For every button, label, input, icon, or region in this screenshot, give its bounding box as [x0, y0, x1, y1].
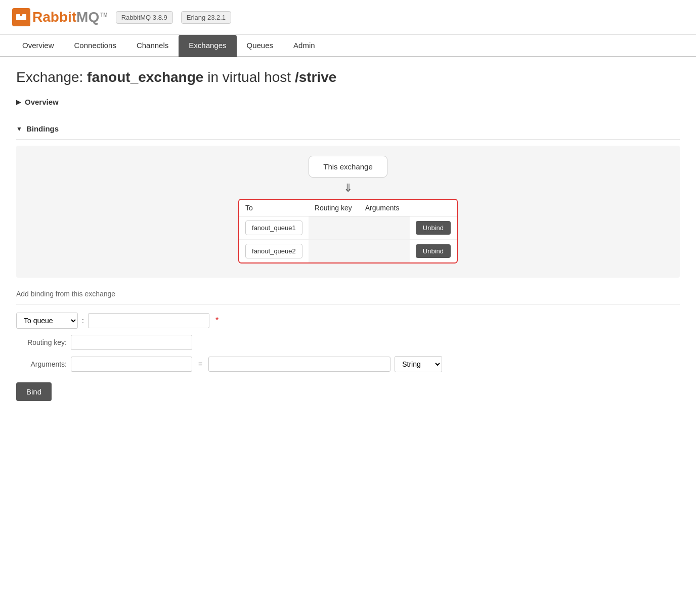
binding-row-1: fanout_queue1 Unbind: [239, 216, 457, 240]
binding-row-2-routing-key: [309, 240, 359, 263]
bindings-arrow-icon: ▼: [16, 125, 22, 133]
required-star: *: [215, 316, 219, 325]
overview-arrow-icon: ▶: [16, 99, 21, 106]
logo: RabbitMQTM: [12, 8, 108, 26]
binding-row-2-arguments: [359, 240, 410, 263]
arguments-value-input[interactable]: [208, 357, 390, 372]
binding-row-2: fanout_queue2 Unbind: [239, 240, 457, 263]
header: RabbitMQTM RabbitMQ 3.8.9 Erlang 23.2.1: [0, 0, 696, 35]
binding-row-1-arguments: [359, 216, 410, 240]
add-binding-divider: [16, 304, 680, 304]
nav-item-admin[interactable]: Admin: [283, 35, 325, 57]
bindings-content: This exchange ⇓ To Routing key Arguments: [16, 146, 680, 278]
svg-rect-2: [19, 16, 23, 20]
arguments-key-input[interactable]: [71, 357, 192, 372]
bindings-table: To Routing key Arguments fanout_queue1: [239, 200, 457, 262]
binding-row-1-routing-key: [309, 216, 359, 240]
unbind-button-2[interactable]: Unbind: [416, 244, 451, 258]
form-row-routing-key: Routing key:: [16, 335, 680, 350]
queue-box-2: fanout_queue2: [245, 244, 302, 258]
binding-row-1-to: fanout_queue1: [239, 216, 309, 240]
equals-sign: =: [198, 360, 202, 368]
form-row-to: To queue To exchange : *: [16, 313, 680, 329]
binding-row-2-to: fanout_queue2: [239, 240, 309, 263]
col-header-action: [410, 200, 457, 216]
overview-section-header[interactable]: ▶ Overview: [16, 94, 680, 110]
nav-item-channels[interactable]: Channels: [126, 35, 179, 57]
binding-row-1-action: Unbind: [410, 216, 457, 240]
arguments-type-select[interactable]: String Number Boolean: [395, 356, 442, 372]
col-header-routing-key: Routing key: [309, 200, 359, 216]
exchange-flow: This exchange ⇓ To Routing key Arguments: [28, 156, 668, 263]
logo-text: RabbitMQTM: [32, 9, 108, 25]
bindings-section-label: Bindings: [26, 124, 59, 133]
arguments-label: Arguments:: [16, 360, 67, 368]
to-queue-select[interactable]: To queue To exchange: [16, 313, 78, 329]
nav-item-exchanges[interactable]: Exchanges: [179, 35, 236, 57]
page-title: Exchange: fanout_exchange in virtual hos…: [16, 69, 680, 85]
main-nav: Overview Connections Channels Exchanges …: [0, 35, 696, 57]
bind-button[interactable]: Bind: [16, 382, 52, 401]
nav-item-overview[interactable]: Overview: [12, 35, 64, 57]
overview-section: ▶ Overview: [16, 94, 680, 110]
routing-key-input[interactable]: [71, 335, 192, 350]
logo-tm-text: TM: [100, 12, 107, 18]
queue-box-1: fanout_queue1: [245, 221, 302, 235]
add-binding-section: Add binding from this exchange To queue …: [16, 290, 680, 401]
flow-arrow-icon: ⇓: [343, 182, 353, 195]
rabbitmq-version-badge: RabbitMQ 3.8.9: [116, 11, 173, 24]
title-middle: in virtual host: [207, 69, 291, 85]
overview-section-label: Overview: [25, 98, 59, 106]
exchange-name: fanout_exchange: [87, 69, 203, 85]
col-header-arguments: Arguments: [359, 200, 410, 216]
unbind-button-1[interactable]: Unbind: [416, 221, 451, 235]
virtual-host-name: /strive: [295, 69, 337, 85]
bindings-divider: [16, 139, 680, 140]
to-queue-input[interactable]: [88, 313, 209, 328]
nav-item-connections[interactable]: Connections: [64, 35, 126, 57]
bindings-table-container: To Routing key Arguments fanout_queue1: [238, 199, 458, 263]
nav-item-queues[interactable]: Queues: [237, 35, 284, 57]
bindings-section: ▼ Bindings This exchange ⇓ To Routing ke…: [16, 120, 680, 278]
page-content: Exchange: fanout_exchange in virtual hos…: [0, 57, 696, 413]
erlang-version-badge: Erlang 23.2.1: [181, 11, 231, 24]
routing-key-label: Routing key:: [16, 338, 67, 346]
col-header-to: To: [239, 200, 309, 216]
logo-mq-text: MQ: [76, 9, 99, 25]
bindings-section-header[interactable]: ▼ Bindings: [16, 120, 680, 137]
add-binding-title: Add binding from this exchange: [16, 290, 680, 298]
logo-icon: [12, 8, 30, 26]
form-row-arguments: Arguments: = String Number Boolean: [16, 356, 680, 372]
logo-rabbit-text: Rabbit: [32, 9, 76, 25]
to-colon: :: [82, 317, 84, 325]
title-prefix: Exchange:: [16, 69, 83, 85]
exchange-box: This exchange: [309, 156, 387, 178]
binding-row-2-action: Unbind: [410, 240, 457, 263]
